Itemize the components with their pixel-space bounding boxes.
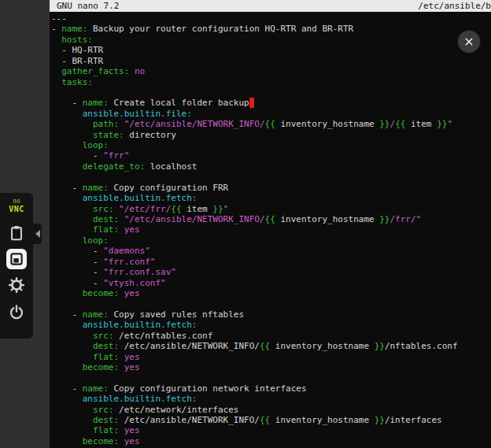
fullscreen-icon	[8, 250, 25, 268]
editor-line: flat: yes	[51, 352, 491, 362]
editor-line: loop:	[51, 140, 491, 150]
power-icon	[8, 304, 25, 321]
gear-icon	[8, 276, 25, 294]
nano-app-title: GNU nano 7.2	[57, 0, 119, 12]
close-icon	[462, 35, 476, 49]
editor-line: - name: Create local folder backup	[51, 98, 491, 108]
editor-line: become: yes	[51, 436, 491, 446]
toolbar-collapse-handle[interactable]	[33, 224, 42, 244]
editor-line: - name: Copy configuration FRR	[51, 183, 491, 193]
editor-line: dest: "/etc/ansible/NETWORK_INFO/{{ inve…	[51, 214, 491, 224]
editor-line: src: /etc/network/interfaces	[51, 405, 491, 415]
editor-line	[51, 372, 491, 383]
editor-line: become: yes	[51, 288, 491, 298]
editor-line: - name: Copy configuration network inter…	[51, 383, 491, 394]
editor-line: gather_facts: no	[51, 66, 491, 76]
novnc-logo: no VNC	[9, 198, 24, 213]
terminal-window: GNU nano 7.2 /etc/ansible/b ---- name: B…	[50, 0, 491, 448]
vnc-toolbar: no VNC	[0, 193, 33, 339]
editor-line: hosts:	[51, 35, 491, 45]
clipboard-icon	[8, 224, 25, 242]
editor-line: ---	[51, 13, 491, 24]
close-button[interactable]	[458, 31, 480, 53]
editor-line: - "daemons"	[51, 246, 491, 256]
editor-area[interactable]: ---- name: Backup your router configurat…	[50, 12, 491, 446]
chevron-left-icon	[35, 229, 41, 239]
power-button[interactable]	[6, 302, 27, 323]
editor-line: - "frr.conf"	[51, 257, 491, 267]
settings-button[interactable]	[6, 275, 27, 295]
novnc-logo-vnc: VNC	[9, 205, 24, 213]
editor-line	[51, 87, 491, 98]
editor-line: - name: Copy saved rules nftables	[51, 309, 491, 320]
editor-line: - "vtysh.conf"	[51, 278, 491, 288]
clipboard-button[interactable]	[6, 223, 27, 243]
editor-line: - "frr"	[51, 150, 491, 161]
editor-line: - name: Backup your router configuration…	[51, 24, 491, 34]
editor-line: state: directory	[51, 130, 491, 140]
editor-line: dest: /etc/ansible/NETWORK_INFO/{{ inven…	[51, 341, 491, 351]
text-cursor	[249, 98, 255, 108]
editor-line: flat: yes	[51, 224, 491, 235]
editor-line	[51, 298, 491, 309]
page-root: { "vnc_sidebar": { "logo_top": "no", "lo…	[0, 0, 491, 448]
editor-line: become: yes	[51, 362, 491, 372]
editor-line: dest: /etc/ansible/NETWORK_INFO/{{ inven…	[51, 415, 491, 425]
editor-line: delegate_to: localhost	[51, 161, 491, 172]
editor-line: loop:	[51, 235, 491, 246]
editor-line: ansible.builtin.fetch:	[51, 193, 491, 203]
editor-line: - "frr.conf.sav"	[51, 267, 491, 277]
editor-line: - BR-RTR	[51, 56, 491, 66]
editor-line: src: "/etc/frr/{{ item }}"	[51, 204, 491, 214]
editor-line: ansible.builtin.fetch:	[51, 394, 491, 404]
editor-line: - HQ-RTR	[51, 45, 491, 55]
editor-line	[51, 172, 491, 182]
editor-line: path: "/etc/ansible/NETWORK_INFO/{{ inve…	[51, 119, 491, 129]
editor-line: src: /etc/nftables.conf	[51, 331, 491, 341]
editor-line: tasks:	[51, 77, 491, 87]
nano-titlebar: GNU nano 7.2 /etc/ansible/b	[50, 0, 491, 12]
editor-line: flat: yes	[51, 425, 491, 435]
editor-line: ansible.builtin.fetch:	[51, 320, 491, 330]
nano-file-path: /etc/ansible/b	[418, 0, 491, 12]
fullscreen-button[interactable]	[6, 249, 27, 269]
editor-line: ansible.builtin.file:	[51, 109, 491, 119]
